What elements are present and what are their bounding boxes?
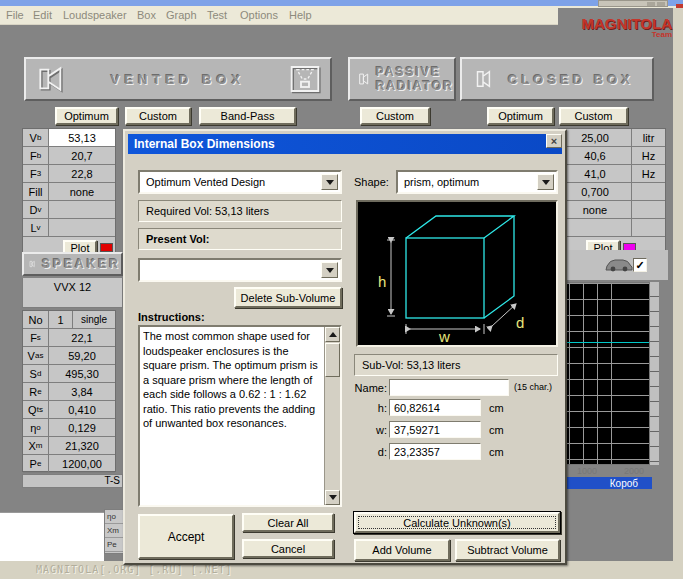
close-button[interactable]: ×: [546, 134, 562, 148]
sub-vol-field: Sub-Vol: 53,13 liters: [354, 354, 558, 376]
vented-box-icon: [288, 63, 322, 95]
dropdown-button[interactable]: [537, 174, 554, 190]
svg-text:w: w: [438, 328, 450, 345]
car-icon: [605, 257, 633, 272]
instructions-text: The most common shape used for loudspeak…: [143, 329, 320, 503]
re-value[interactable]: 3,84: [49, 383, 115, 400]
tab-optimum-left[interactable]: Optimum: [55, 107, 118, 125]
instructions-box: The most common shape used for loudspeak…: [138, 325, 342, 507]
check-icon: ✓: [635, 260, 644, 271]
calculate-unknowns-button[interactable]: Calculate Unknown(s): [354, 512, 560, 533]
menu-graph[interactable]: Graph: [166, 9, 197, 21]
closed-empty-value[interactable]: [559, 219, 631, 236]
dialog-title: Internal Box Dimensions: [134, 137, 275, 151]
scroll-up-button[interactable]: [325, 327, 340, 342]
speaker-icon: [356, 65, 371, 93]
speaker-icon: [472, 65, 494, 93]
shape-combobox[interactable]: prism, optimum: [396, 170, 558, 194]
table-row: Fill none: [23, 183, 115, 201]
speaker-count[interactable]: 1: [49, 311, 73, 328]
unit-cell: [631, 219, 665, 236]
prism-wireframe-image: h w d: [358, 202, 556, 345]
graph-panel-header: [558, 250, 668, 280]
vas-value[interactable]: 59,20: [49, 347, 115, 364]
unit-cell: [631, 183, 665, 200]
menu-edit[interactable]: Edit: [33, 9, 52, 21]
window-right-edge: [673, 8, 683, 561]
graph-visible-checkbox[interactable]: ✓: [633, 258, 647, 272]
vb-value[interactable]: 53,13: [49, 129, 115, 146]
scrollbar[interactable]: [324, 327, 340, 505]
closed-fill-value[interactable]: none: [559, 201, 631, 218]
background-window-buttons[interactable]: [598, 0, 668, 7]
closed-qtc-value[interactable]: 0,700: [559, 183, 631, 200]
clear-all-button[interactable]: Clear All: [242, 513, 334, 532]
add-volume-button[interactable]: Add Volume: [354, 539, 450, 561]
sub-volume-combobox[interactable]: [138, 258, 342, 282]
fs-value[interactable]: 22,1: [49, 329, 115, 346]
d-input[interactable]: [389, 443, 481, 460]
closed-vb-value[interactable]: 25,00: [559, 129, 631, 146]
passive-radiator-label: PASSIVE RADIATOR: [376, 65, 454, 94]
table-row: Re 3,84: [23, 383, 115, 401]
lv-value[interactable]: [49, 219, 115, 236]
shape-label: Shape:: [354, 176, 389, 188]
menu-file[interactable]: File: [6, 9, 24, 21]
tab-custom-middle[interactable]: Custom: [360, 107, 430, 125]
menu-options[interactable]: Options: [240, 9, 278, 21]
speaker-mode[interactable]: single: [73, 311, 115, 328]
accept-button[interactable]: Accept: [138, 514, 234, 559]
tab-custom-left[interactable]: Custom: [125, 107, 191, 125]
w-label: w:: [357, 424, 387, 436]
closed-f3-value[interactable]: 41,0: [559, 165, 631, 182]
menu-loudspeaker[interactable]: Loudspeaker: [63, 9, 127, 21]
ts-parameters-fragment[interactable]: T-S: [22, 474, 123, 488]
svg-text:h: h: [378, 273, 386, 290]
scrollbar-thumb[interactable]: [325, 343, 340, 377]
cancel-button[interactable]: Cancel: [242, 539, 334, 558]
tab-band-pass[interactable]: Band-Pass: [199, 107, 296, 125]
design-type-combobox[interactable]: Optimum Vented Design: [138, 170, 342, 194]
xm-value[interactable]: 21,320: [49, 437, 115, 454]
table-row: Fs 22,1: [23, 329, 115, 347]
eta-value[interactable]: 0,129: [49, 419, 115, 436]
name-input[interactable]: [389, 379, 509, 396]
fb-value[interactable]: 20,7: [49, 147, 115, 164]
tab-optimum-right[interactable]: Optimum: [487, 107, 554, 125]
dropdown-button[interactable]: [321, 262, 338, 278]
closed-fb-value[interactable]: 40,6: [559, 147, 631, 164]
d-label: d:: [357, 446, 387, 458]
fill-value[interactable]: none: [49, 183, 115, 200]
chevron-down-icon: [326, 180, 334, 185]
f3-value[interactable]: 22,8: [49, 165, 115, 182]
menu-help[interactable]: Help: [289, 9, 312, 21]
vented-box-button[interactable]: VENTED BOX: [24, 57, 332, 101]
h-input[interactable]: [389, 399, 481, 416]
dv-value[interactable]: [49, 201, 115, 218]
pe-value[interactable]: 1200,00: [49, 455, 115, 472]
table-row: Pe 1200,00: [23, 455, 115, 473]
table-row: No 1 single: [23, 311, 115, 329]
required-vol-field: Required Vol: 53,13 liters: [138, 200, 342, 222]
table-row: none: [559, 201, 665, 219]
scroll-down-button[interactable]: [325, 490, 340, 505]
selected-list-item-fragment[interactable]: Короб: [558, 477, 652, 489]
menu-test[interactable]: Test: [207, 9, 227, 21]
subtract-volume-button[interactable]: Subtract Volume: [455, 539, 560, 561]
close-icon: ×: [551, 136, 557, 147]
w-input[interactable]: [389, 421, 481, 438]
tab-custom-right[interactable]: Custom: [559, 107, 628, 125]
closed-box-button[interactable]: CLOSED BOX: [460, 57, 654, 101]
dialog-title-bar[interactable]: Internal Box Dimensions: [128, 134, 562, 154]
sd-value[interactable]: 495,30: [49, 365, 115, 382]
svg-text:d: d: [516, 314, 524, 331]
speaker-model[interactable]: VVX 12: [22, 278, 123, 308]
table-row: 40,6 Hz: [559, 147, 665, 165]
name-label: Name:: [351, 382, 387, 394]
qts-value[interactable]: 0,410: [49, 401, 115, 418]
passive-radiator-button[interactable]: PASSIVE RADIATOR: [348, 57, 456, 101]
menu-box[interactable]: Box: [137, 9, 156, 21]
dropdown-button[interactable]: [321, 174, 338, 190]
graph-axis-ticks: [650, 282, 659, 465]
delete-sub-volume-button[interactable]: Delete Sub-Volume: [234, 287, 342, 308]
